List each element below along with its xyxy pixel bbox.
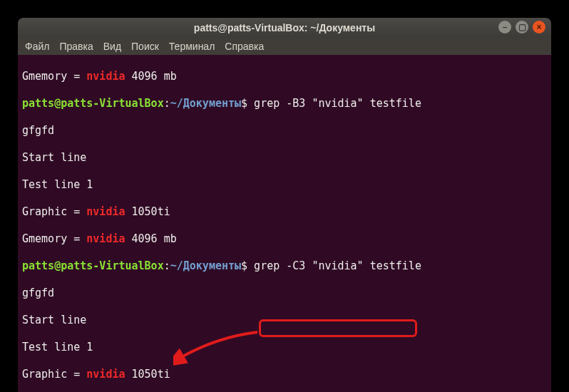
menu-view[interactable]: Вид [103,41,121,52]
output-line: Start line [22,314,547,327]
prompt-line: patts@patts-VirtualBox:~/Документы$ grep… [22,97,547,110]
menubar: Файл Правка Вид Поиск Терминал Справка [18,38,551,55]
minimize-button[interactable]: – [498,21,511,33]
output-line: Test line 1 [22,341,547,354]
menu-file[interactable]: Файл [25,41,49,52]
menu-search[interactable]: Поиск [131,41,159,52]
close-button[interactable]: × [533,21,545,33]
terminal-window: patts@patts-VirtualBox: ~/Документы – ▢ … [18,18,551,392]
maximize-button[interactable]: ▢ [516,21,528,33]
output-line: Test line 1 [22,178,547,192]
output-line: gfgfd [22,124,547,138]
output-line: Graphic = nvidia 1050ti [22,368,547,381]
window-controls: – ▢ × [498,21,545,33]
output-line: Graphic = nvidia 1050ti [22,205,547,219]
menu-terminal[interactable]: Терминал [169,41,215,52]
menu-edit[interactable]: Правка [59,41,93,52]
window-title: patts@patts-VirtualBox: ~/Документы [194,22,375,33]
output-line: Gmemory = nvidia 4096 mb [22,70,547,83]
prompt-line: patts@patts-VirtualBox:~/Документы$ grep… [22,259,547,273]
output-line: Start line [22,151,547,165]
terminal-body[interactable]: Gmemory = nvidia 4096 mb patts@patts-Vir… [18,55,551,392]
output-line: Gmemory = nvidia 4096 mb [22,232,547,246]
menu-help[interactable]: Справка [225,41,264,52]
titlebar: patts@patts-VirtualBox: ~/Документы – ▢ … [18,18,551,38]
output-line: gfgfd [22,287,547,300]
